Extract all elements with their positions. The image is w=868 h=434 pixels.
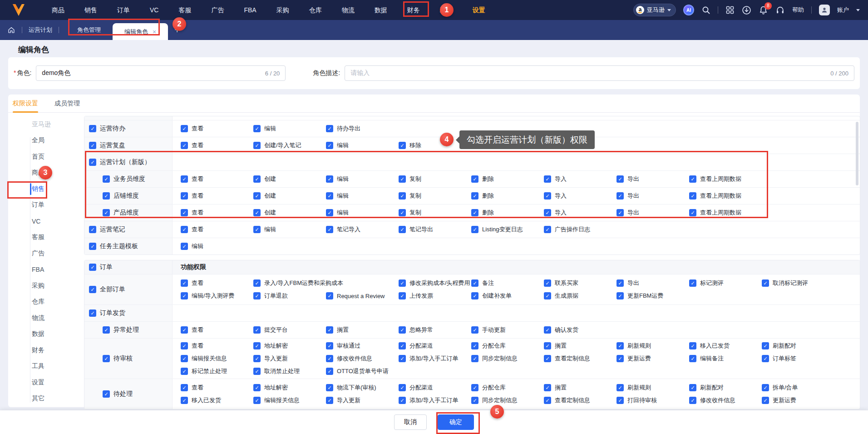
checkbox-checked-icon[interactable]: ✓ bbox=[616, 384, 624, 391]
sidebar-item-客服[interactable]: 客服 bbox=[8, 229, 84, 246]
nav-item-广告[interactable]: 广告 bbox=[201, 0, 234, 20]
nav-item-工具[interactable]: 工具 bbox=[430, 0, 463, 20]
role-desc-input[interactable]: 请输入 0 / 200 bbox=[345, 65, 854, 81]
checkbox-checked-icon[interactable]: ✓ bbox=[326, 192, 333, 200]
checkbox-checked-icon[interactable]: ✓ bbox=[89, 226, 96, 233]
checkbox-checked-icon[interactable]: ✓ bbox=[326, 355, 333, 362]
nav-item-FBA[interactable]: FBA bbox=[234, 0, 266, 20]
checkbox-checked-icon[interactable]: ✓ bbox=[399, 175, 406, 183]
checkbox-checked-icon[interactable]: ✓ bbox=[253, 384, 261, 391]
checkbox-checked-icon[interactable]: ✓ bbox=[544, 384, 551, 391]
checkbox-checked-icon[interactable]: ✓ bbox=[103, 326, 110, 334]
checkbox-checked-icon[interactable]: ✓ bbox=[253, 292, 261, 299]
sidebar-item-采购[interactable]: 采购 bbox=[8, 278, 84, 294]
sidebar-item-商品[interactable]: 商品 bbox=[8, 165, 84, 181]
nav-item-物流[interactable]: 物流 bbox=[332, 0, 365, 20]
sidebar-item-工具[interactable]: 工具 bbox=[8, 359, 84, 375]
nav-item-客服[interactable]: 客服 bbox=[168, 0, 201, 20]
checkbox-checked-icon[interactable]: ✓ bbox=[471, 384, 478, 391]
checkbox-checked-icon[interactable]: ✓ bbox=[326, 175, 333, 183]
checkbox-checked-icon[interactable]: ✓ bbox=[471, 192, 478, 200]
checkbox-checked-icon[interactable]: ✓ bbox=[689, 175, 696, 183]
nav-item-设置[interactable]: 设置 bbox=[463, 0, 495, 20]
checkbox-checked-icon[interactable]: ✓ bbox=[181, 192, 188, 200]
checkbox-checked-icon[interactable]: ✓ bbox=[326, 292, 333, 299]
checkbox-checked-icon[interactable]: ✓ bbox=[544, 397, 551, 404]
checkbox-checked-icon[interactable]: ✓ bbox=[616, 292, 624, 299]
nav-item-采购[interactable]: 采购 bbox=[266, 0, 299, 20]
scrollbar[interactable] bbox=[856, 122, 858, 185]
checkbox-checked-icon[interactable]: ✓ bbox=[399, 192, 406, 200]
account-menu[interactable]: 账户 bbox=[837, 6, 849, 14]
checkbox-checked-icon[interactable]: ✓ bbox=[326, 384, 333, 391]
checkbox-checked-icon[interactable]: ✓ bbox=[544, 175, 551, 183]
add-tab-button[interactable]: + bbox=[174, 25, 180, 35]
checkbox-checked-icon[interactable]: ✓ bbox=[89, 286, 96, 293]
quick-link-operation-plan[interactable]: 运营计划 bbox=[29, 26, 52, 34]
checkbox-checked-icon[interactable]: ✓ bbox=[544, 192, 551, 200]
checkbox-checked-icon[interactable]: ✓ bbox=[689, 384, 696, 391]
checkbox-checked-icon[interactable]: ✓ bbox=[616, 192, 624, 200]
tab-permission-settings[interactable]: 权限设置 bbox=[13, 95, 38, 113]
checkbox-checked-icon[interactable]: ✓ bbox=[181, 292, 188, 299]
checkbox-checked-icon[interactable]: ✓ bbox=[253, 326, 261, 334]
checkbox-checked-icon[interactable]: ✓ bbox=[399, 279, 406, 287]
checkbox-checked-icon[interactable]: ✓ bbox=[762, 279, 769, 287]
checkbox-checked-icon[interactable]: ✓ bbox=[253, 342, 261, 349]
checkbox-checked-icon[interactable]: ✓ bbox=[616, 209, 624, 216]
checkbox-checked-icon[interactable]: ✓ bbox=[89, 264, 96, 271]
checkbox-checked-icon[interactable]: ✓ bbox=[253, 355, 261, 362]
tab-role-management[interactable]: 角色管理 bbox=[65, 20, 113, 40]
checkbox-checked-icon[interactable]: ✓ bbox=[89, 125, 96, 132]
nav-item-商品[interactable]: 商品 bbox=[42, 0, 74, 20]
checkbox-checked-icon[interactable]: ✓ bbox=[181, 209, 188, 216]
checkbox-checked-icon[interactable]: ✓ bbox=[616, 279, 624, 287]
checkbox-checked-icon[interactable]: ✓ bbox=[471, 326, 478, 334]
sidebar-item-仓库[interactable]: 仓库 bbox=[8, 294, 84, 310]
checkbox-checked-icon[interactable]: ✓ bbox=[326, 142, 333, 149]
apps-button[interactable] bbox=[725, 5, 735, 15]
checkbox-checked-icon[interactable]: ✓ bbox=[762, 384, 769, 391]
checkbox-checked-icon[interactable]: ✓ bbox=[253, 279, 261, 287]
checkbox-checked-icon[interactable]: ✓ bbox=[616, 355, 624, 362]
checkbox-checked-icon[interactable]: ✓ bbox=[181, 342, 188, 349]
checkbox-checked-icon[interactable]: ✓ bbox=[399, 397, 406, 404]
checkbox-checked-icon[interactable]: ✓ bbox=[89, 309, 96, 317]
download-center-button[interactable] bbox=[742, 5, 751, 15]
role-name-input[interactable]: demo角色 6 / 20 bbox=[36, 65, 286, 81]
checkbox-checked-icon[interactable]: ✓ bbox=[544, 292, 551, 299]
checkbox-checked-icon[interactable]: ✓ bbox=[689, 192, 696, 200]
checkbox-checked-icon[interactable]: ✓ bbox=[253, 226, 261, 233]
sidebar-item-物流[interactable]: 物流 bbox=[8, 310, 84, 326]
checkbox-checked-icon[interactable]: ✓ bbox=[181, 125, 188, 132]
home-button[interactable] bbox=[7, 26, 15, 34]
nav-item-数据[interactable]: 数据 bbox=[365, 0, 397, 20]
search-button[interactable] bbox=[701, 5, 710, 15]
checkbox-checked-icon[interactable]: ✓ bbox=[544, 226, 551, 233]
nav-item-VC[interactable]: VC bbox=[140, 0, 168, 20]
sidebar-item-VC[interactable]: VC bbox=[8, 213, 84, 229]
checkbox-checked-icon[interactable]: ✓ bbox=[762, 342, 769, 349]
checkbox-checked-icon[interactable]: ✓ bbox=[181, 326, 188, 334]
close-tab-icon[interactable]: × bbox=[153, 28, 156, 35]
checkbox-checked-icon[interactable]: ✓ bbox=[253, 125, 261, 132]
sidebar-item-数据[interactable]: 数据 bbox=[8, 326, 84, 343]
checkbox-checked-icon[interactable]: ✓ bbox=[253, 192, 261, 200]
nav-item-销售[interactable]: 销售 bbox=[74, 0, 107, 20]
sidebar-item-其它[interactable]: 其它 bbox=[8, 391, 84, 407]
ai-assistant-button[interactable]: AI bbox=[683, 5, 694, 15]
nav-item-仓库[interactable]: 仓库 bbox=[299, 0, 332, 20]
sidebar-item-FBA[interactable]: FBA bbox=[8, 262, 84, 278]
sidebar-item-订单[interactable]: 订单 bbox=[8, 197, 84, 214]
checkbox-checked-icon[interactable]: ✓ bbox=[103, 390, 110, 398]
checkbox-checked-icon[interactable]: ✓ bbox=[181, 355, 188, 362]
checkbox-checked-icon[interactable]: ✓ bbox=[181, 368, 188, 375]
checkbox-checked-icon[interactable]: ✓ bbox=[326, 226, 333, 233]
checkbox-checked-icon[interactable]: ✓ bbox=[616, 342, 624, 349]
checkbox-checked-icon[interactable]: ✓ bbox=[689, 279, 696, 287]
checkbox-checked-icon[interactable]: ✓ bbox=[89, 142, 96, 149]
checkbox-checked-icon[interactable]: ✓ bbox=[326, 397, 333, 404]
sidebar-item-全局[interactable]: 全局 bbox=[8, 133, 84, 149]
cancel-button[interactable]: 取消 bbox=[394, 414, 427, 430]
nav-item-财务[interactable]: 财务 bbox=[397, 0, 430, 20]
